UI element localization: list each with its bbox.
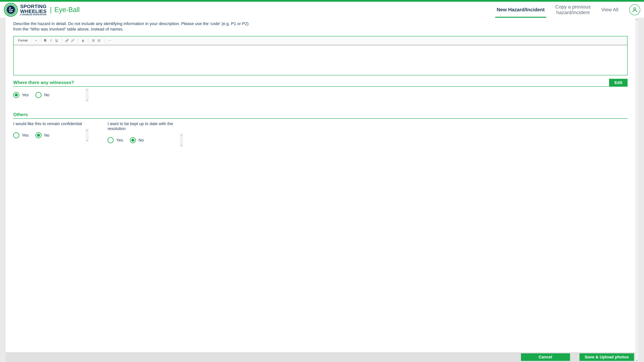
- app-title: Eye-Ball: [54, 6, 80, 14]
- toolbar-separator: [78, 38, 78, 43]
- resolution-radio-box: Yes No ▴ ▾: [108, 135, 183, 146]
- numbered-list-button[interactable]: 123: [96, 38, 102, 43]
- tab-new-hazard[interactable]: New Hazard/Incident: [491, 2, 550, 18]
- confidential-no-label: No: [44, 133, 50, 138]
- svg-point-6: [92, 39, 92, 40]
- radio-icon: [36, 132, 42, 138]
- main: Describe the hazard in detail. Do not in…: [0, 18, 644, 362]
- save-upload-button[interactable]: Save & Upload photos: [580, 353, 634, 361]
- profile-button[interactable]: [629, 4, 640, 15]
- clear-formatting-button[interactable]: [80, 38, 86, 43]
- header: SPORTING WHEELIES & DISABLED ASSOCIATION…: [0, 2, 644, 18]
- scroll-down-icon[interactable]: ▾: [180, 144, 183, 147]
- svg-point-7: [92, 40, 92, 41]
- mini-scrollbar[interactable]: ▴ ▾: [86, 129, 89, 142]
- brand-line3: & DISABLED ASSOCIATION: [20, 14, 46, 16]
- brand-text: SPORTING WHEELIES & DISABLED ASSOCIATION: [20, 4, 46, 16]
- resolution-question: I want to be kept up to date with the re…: [108, 121, 187, 131]
- svg-rect-16: [98, 40, 100, 41]
- svg-point-4: [634, 8, 636, 10]
- toolbar-separator: [88, 38, 88, 43]
- scroll-down-icon[interactable]: ▾: [86, 99, 89, 102]
- tab-copy-line2: hazard/incident: [556, 10, 590, 15]
- scroll-up-icon[interactable]: ▴: [180, 133, 183, 136]
- tabs: New Hazard/Incident Copy a previous haza…: [491, 2, 640, 18]
- edit-witnesses-button[interactable]: Edit: [609, 79, 628, 87]
- toolbar-separator: [62, 38, 62, 43]
- resolution-no-radio[interactable]: No: [130, 137, 144, 143]
- others-title: Others: [13, 112, 628, 118]
- radio-icon: [36, 92, 42, 98]
- top-accent-bar: [0, 0, 644, 2]
- witnesses-radio-group: Yes No: [13, 92, 50, 98]
- caret-down-icon: ▾: [36, 39, 36, 41]
- svg-rect-10: [93, 40, 94, 41]
- outer-scrollbar[interactable]: ▴ ▾: [635, 18, 638, 362]
- witnesses-yes-radio[interactable]: Yes: [13, 92, 29, 98]
- resolution-yes-label: Yes: [116, 138, 123, 143]
- witnesses-title: Where there any witnesses?: [13, 80, 74, 86]
- scroll-up-icon[interactable]: ▴: [86, 88, 89, 91]
- cancel-button[interactable]: Cancel: [521, 353, 570, 361]
- rte-toolbar: Format ▾ B I U: [14, 36, 627, 45]
- rte-body[interactable]: [14, 46, 627, 75]
- confidential-column: I would like this to remain confidential…: [13, 121, 92, 146]
- rte-format-dropdown[interactable]: Format ▾: [17, 39, 38, 42]
- svg-point-3: [9, 7, 11, 9]
- others-columns: I would like this to remain confidential…: [13, 121, 628, 146]
- resolution-column: I want to be kept up to date with the re…: [108, 121, 187, 146]
- user-icon: [632, 7, 638, 13]
- numbered-list-icon: 123: [97, 39, 101, 42]
- scroll-down-icon[interactable]: ▾: [635, 359, 638, 362]
- svg-rect-17: [98, 41, 100, 41]
- radio-icon: [108, 137, 114, 143]
- scroll-up-icon[interactable]: ▴: [86, 129, 89, 132]
- witnesses-yes-label: Yes: [22, 93, 29, 97]
- rte-format-label: Format: [18, 39, 28, 42]
- witnesses-header-row: Where there any witnesses? Edit: [13, 79, 628, 86]
- confidential-no-radio[interactable]: No: [36, 132, 50, 138]
- bullet-list-button[interactable]: [90, 38, 96, 43]
- more-icon: ···: [108, 39, 111, 42]
- tab-view-all[interactable]: View All: [596, 2, 624, 18]
- radio-icon: [13, 92, 19, 98]
- tab-copy-previous[interactable]: Copy a previous hazard/incident: [550, 2, 596, 18]
- bullet-list-icon: [92, 39, 95, 42]
- unlink-icon: [71, 39, 74, 42]
- logo-icon: [4, 3, 18, 17]
- eraser-icon: [81, 39, 85, 42]
- brand-line1: SPORTING: [20, 4, 46, 9]
- svg-rect-11: [93, 41, 94, 41]
- svg-rect-15: [98, 39, 100, 40]
- bold-button[interactable]: B: [42, 38, 48, 43]
- scroll-down-icon[interactable]: ▾: [86, 139, 89, 142]
- svg-point-8: [92, 41, 92, 41]
- tab-new-label: New Hazard/Incident: [497, 7, 544, 13]
- underline-button[interactable]: U: [54, 38, 60, 43]
- mini-scrollbar[interactable]: ▴ ▾: [180, 133, 183, 147]
- scroll-up-icon[interactable]: ▴: [635, 18, 638, 21]
- resolution-yes-radio[interactable]: Yes: [108, 137, 123, 143]
- link-button[interactable]: [64, 38, 70, 43]
- witnesses-no-radio[interactable]: No: [36, 92, 50, 98]
- confidential-yes-radio[interactable]: Yes: [13, 132, 29, 138]
- more-button[interactable]: ···: [106, 38, 112, 43]
- italic-button[interactable]: I: [48, 38, 54, 43]
- confidential-yes-label: Yes: [22, 133, 29, 138]
- confidential-radio-box: Yes No ▴ ▾: [13, 130, 89, 141]
- content-panel: Describe the hazard in detail. Do not in…: [6, 18, 638, 362]
- toolbar-separator: [40, 38, 40, 43]
- footer-bar: Cancel Save & Upload photos: [6, 352, 635, 362]
- brand-line2: WHEELIES: [20, 9, 46, 14]
- unlink-button[interactable]: [70, 38, 76, 43]
- others-divider: [13, 118, 628, 119]
- mini-scrollbar[interactable]: ▴ ▾: [86, 88, 89, 102]
- others-section: Others I would like this to remain confi…: [13, 112, 628, 146]
- form-body: Describe the hazard in detail. Do not in…: [6, 21, 635, 362]
- witnesses-radio-box: Yes No ▴ ▾: [13, 89, 89, 101]
- radio-icon: [130, 137, 136, 143]
- tab-view-all-label: View All: [601, 7, 618, 13]
- hazard-description-editor[interactable]: Format ▾ B I U: [13, 36, 628, 75]
- brand-divider: |: [50, 6, 52, 14]
- confidential-radio-group: Yes No: [13, 132, 50, 138]
